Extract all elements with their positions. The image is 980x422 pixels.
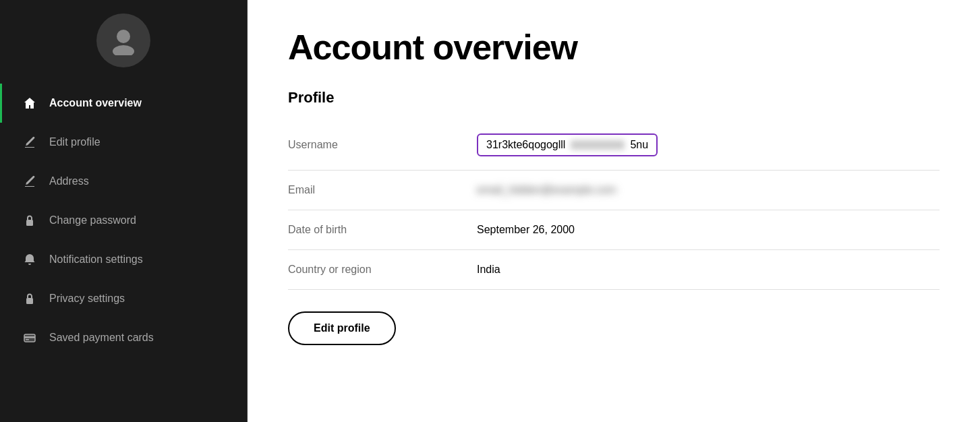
section-title-profile: Profile (288, 89, 940, 107)
avatar (96, 13, 150, 67)
email-label: Email (288, 184, 477, 196)
sidebar-item-label-notification-settings: Notification settings (49, 253, 143, 266)
sidebar-item-notification-settings[interactable]: Notification settings (0, 240, 247, 279)
svg-rect-2 (26, 220, 33, 226)
card-icon (22, 330, 37, 345)
username-blurred-middle (571, 140, 625, 150)
username-highlight-box: 31r3kte6qogoglll 5nu (477, 133, 658, 156)
pencil-icon (22, 135, 37, 150)
address-icon (22, 174, 37, 189)
country-value: India (477, 264, 940, 276)
nav-list: Account overview Edit profile Address (0, 84, 247, 357)
svg-point-0 (117, 30, 130, 43)
page-title: Account overview (288, 27, 940, 67)
username-value: 31r3kte6qogoglll 5nu (477, 133, 940, 156)
svg-rect-6 (24, 336, 35, 338)
edit-profile-button[interactable]: Edit profile (288, 311, 396, 345)
sidebar-item-account-overview[interactable]: Account overview (0, 84, 247, 123)
sidebar-item-label-account-overview: Account overview (49, 97, 142, 109)
sidebar-item-label-change-password: Change password (49, 214, 136, 227)
sidebar-item-label-privacy-settings: Privacy settings (49, 293, 125, 305)
home-icon (22, 96, 37, 111)
profile-row-country: Country or region India (288, 250, 940, 290)
svg-rect-3 (26, 298, 33, 304)
email-value: email_hidden@example.com (477, 184, 940, 196)
profile-row-dob: Date of birth September 26, 2000 (288, 210, 940, 250)
lock-icon (22, 213, 37, 228)
dob-label: Date of birth (288, 224, 477, 236)
sidebar-item-address[interactable]: Address (0, 162, 247, 201)
svg-rect-7 (26, 339, 29, 340)
svg-point-1 (113, 45, 134, 55)
sidebar-item-saved-payment-cards[interactable]: Saved payment cards (0, 318, 247, 357)
dob-value: September 26, 2000 (477, 224, 940, 236)
bell-icon (22, 252, 37, 267)
profile-row-email: Email email_hidden@example.com (288, 171, 940, 210)
profile-row-username: Username 31r3kte6qogoglll 5nu (288, 120, 940, 171)
sidebar-item-edit-profile[interactable]: Edit profile (0, 123, 247, 162)
sidebar-item-label-edit-profile: Edit profile (49, 136, 100, 148)
sidebar-item-privacy-settings[interactable]: Privacy settings (0, 279, 247, 318)
sidebar-item-change-password[interactable]: Change password (0, 201, 247, 240)
sidebar-item-label-address: Address (49, 175, 89, 187)
username-text-end: 5nu (630, 139, 648, 151)
username-label: Username (288, 139, 477, 151)
privacy-lock-icon (22, 291, 37, 306)
username-text-start: 31r3kte6qogoglll (486, 139, 565, 151)
sidebar: Account overview Edit profile Address (0, 0, 248, 422)
user-avatar-icon (109, 26, 138, 55)
main-content: Account overview Profile Username 31r3kt… (248, 0, 980, 422)
sidebar-item-label-saved-payment-cards: Saved payment cards (49, 332, 154, 344)
country-label: Country or region (288, 264, 477, 276)
